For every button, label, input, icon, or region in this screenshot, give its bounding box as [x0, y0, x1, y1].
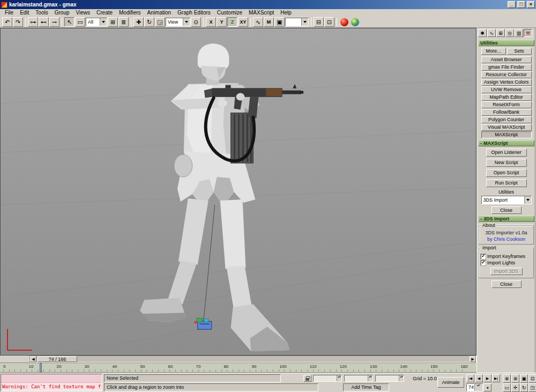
utility-button[interactable]: Follow/Bank	[481, 109, 532, 116]
command-panel-tab[interactable]: ⚒	[524, 29, 532, 37]
schematic-view-button[interactable]: ⊟	[314, 17, 324, 27]
arc-rotate-button[interactable]: ↻	[520, 383, 528, 392]
menu-item[interactable]: MAXScript	[245, 9, 277, 17]
command-panel-tab[interactable]: ⊞	[496, 29, 505, 37]
menu-item[interactable]: Tools	[32, 9, 51, 17]
import-keyframes-row[interactable]: Import Keyframes	[481, 254, 532, 259]
material-navigator-icon[interactable]	[351, 18, 359, 26]
select-object-button[interactable]: ↖	[64, 17, 75, 27]
import-lights-checkbox[interactable]	[481, 261, 486, 265]
min-max-toggle-button[interactable]: ◳	[528, 383, 536, 392]
zoom-all-button[interactable]: ⊛	[511, 374, 519, 383]
maxscript-action-button[interactable]: New Script	[486, 159, 527, 167]
dropdown-arrow-icon[interactable]	[301, 18, 308, 26]
menu-item[interactable]: Animation	[144, 9, 174, 17]
minimize-button[interactable]: _	[508, 1, 516, 8]
material-editor-icon[interactable]	[340, 18, 348, 26]
axis-constraint-z-button[interactable]: Z	[227, 17, 237, 27]
use-pivot-center-button[interactable]: ⊙	[191, 17, 201, 27]
menu-item[interactable]: Edit	[17, 9, 32, 17]
named-selection-sets-dropdown[interactable]	[285, 18, 309, 26]
curve-editor-button[interactable]: ∿	[253, 17, 263, 27]
spinner-icon[interactable]: ▴▾	[337, 375, 341, 381]
maximize-button[interactable]: □	[517, 1, 525, 8]
select-by-name-button[interactable]: ≣	[118, 17, 129, 27]
bind-to-spacewarp-button[interactable]: ⊸	[49, 17, 59, 27]
command-panel-tab[interactable]: ▥	[515, 29, 523, 37]
current-frame-field[interactable]: 74 ▴▾	[466, 383, 483, 391]
undo-button[interactable]: ↶	[2, 17, 12, 27]
zoom-extents-button[interactable]: ▣	[520, 374, 528, 383]
go-to-start-button[interactable]: |◀	[466, 374, 474, 382]
maxscript-rollout-header[interactable]: - MAXScript	[478, 140, 534, 146]
coordinate-x-field[interactable]: ▴▾	[313, 375, 342, 382]
dropdown-arrow-icon[interactable]	[183, 18, 190, 26]
pan-button[interactable]: ✛	[511, 383, 519, 392]
align-button[interactable]: ▣	[274, 17, 285, 27]
scale-button[interactable]: ◲	[155, 17, 165, 27]
lock-selection-toggle[interactable]	[303, 375, 311, 382]
previous-frame-button[interactable]: ◀	[475, 374, 483, 382]
move-button[interactable]: ✚	[133, 17, 144, 27]
spinner-icon[interactable]: ▴▾	[368, 375, 373, 381]
add-time-tag-field[interactable]: Add Time Tag	[343, 383, 389, 391]
command-panel-tab[interactable]: ∿	[487, 29, 496, 37]
utility-button[interactable]: ResetXForm	[481, 101, 532, 108]
axis-constraint-xy-button[interactable]: XY	[238, 17, 248, 27]
menu-item[interactable]: Graph Editors	[174, 9, 214, 17]
close-button[interactable]: ×	[527, 1, 535, 8]
region-zoom-button[interactable]: ▭	[503, 383, 511, 392]
frame-back-arrow[interactable]: ◀	[30, 356, 36, 362]
reference-coordsys-dropdown[interactable]: View	[166, 18, 190, 26]
import-lights-row[interactable]: Import Lights	[481, 260, 532, 265]
menu-item[interactable]: Group	[51, 9, 73, 17]
coordinate-z-field[interactable]: ▴▾	[375, 375, 404, 382]
rotate-button[interactable]: ↻	[144, 17, 154, 27]
menu-item[interactable]: Modifiers	[116, 9, 144, 17]
select-and-link-button[interactable]: ⊶	[28, 17, 38, 27]
key-mode-toggle[interactable]: ●	[483, 383, 492, 391]
spinner-icon[interactable]: ▴▾	[474, 384, 482, 391]
time-slider-track[interactable]: ◀ 74 / 166 ▶	[29, 356, 477, 363]
frame-forward-arrow[interactable]: ▶	[470, 356, 476, 362]
utility-button[interactable]: Polygon Counter	[481, 116, 532, 123]
menu-item[interactable]: Views	[73, 9, 94, 17]
utility-button[interactable]: Assign Vertex Colors	[481, 79, 532, 86]
coordinate-y-field[interactable]: ▴▾	[344, 375, 373, 382]
importer-author-link[interactable]: by Chris Cookson	[481, 236, 532, 242]
redo-button[interactable]: ↷	[13, 17, 23, 27]
sets-button[interactable]: Sets	[507, 48, 532, 55]
utility-button[interactable]: Asset Browser	[481, 56, 532, 63]
maxscript-action-button[interactable]: Open Listener	[486, 149, 527, 157]
utility-button[interactable]: MapPath Editor	[481, 94, 532, 101]
play-button[interactable]: ▶	[483, 374, 492, 382]
3ds-import-rollout-header[interactable]: - 3DS Import	[478, 216, 534, 222]
time-slider-handle[interactable]: 74 / 166	[38, 356, 77, 362]
unlink-selection-button[interactable]: ⊷	[39, 17, 49, 27]
utility-script-dropdown[interactable]: 3DS Import	[481, 196, 532, 204]
importer-close-button[interactable]: Close	[492, 280, 522, 288]
layer-manager-button[interactable]: ⊡	[324, 17, 334, 27]
menu-item[interactable]: File	[2, 9, 17, 17]
selection-filter-dropdown[interactable]: All	[86, 18, 107, 26]
dropdown-arrow-icon[interactable]	[524, 196, 531, 204]
import-3ds-button[interactable]: Import 3DS	[490, 268, 523, 275]
axis-constraint-x-button[interactable]: X	[206, 17, 216, 27]
zoom-extents-all-button[interactable]: ⊡	[528, 374, 536, 383]
dropdown-arrow-icon[interactable]	[100, 18, 107, 26]
axis-constraint-y-button[interactable]: Y	[217, 17, 227, 27]
selection-region-button[interactable]: ▭	[75, 17, 85, 27]
macro-recorder-pane[interactable]	[1, 374, 102, 383]
maxscript-action-button[interactable]: Run Script	[486, 179, 527, 187]
utility-button[interactable]: Visual MAXScript	[481, 124, 532, 131]
command-panel-tab[interactable]: ✱	[478, 29, 487, 37]
perspective-viewport[interactable]	[0, 28, 477, 356]
window-crossing-toggle[interactable]: ⊞	[108, 17, 118, 27]
import-keyframes-checkbox[interactable]	[481, 254, 486, 259]
spinner-icon[interactable]: ▴▾	[399, 375, 404, 381]
maxscript-action-button[interactable]: Open Script	[486, 169, 527, 177]
utility-button[interactable]: UVW Remove	[481, 86, 532, 93]
animate-toggle-button[interactable]: Animate	[437, 377, 464, 388]
utility-button[interactable]: gmax File Finder	[481, 64, 532, 71]
menu-item[interactable]: Help	[277, 9, 295, 17]
